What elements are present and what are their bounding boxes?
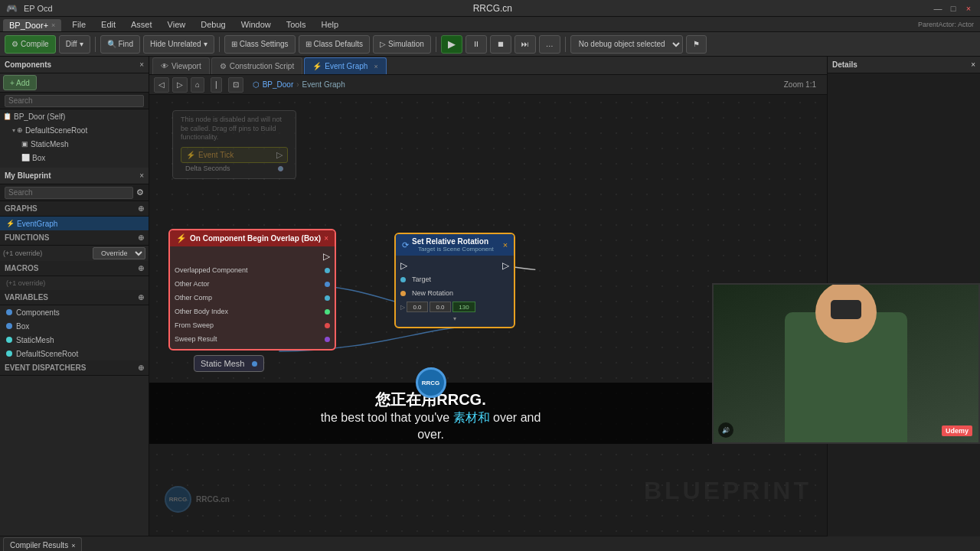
mesh-icon: ▣ <box>21 140 28 148</box>
var-staticmesh[interactable]: StaticMesh <box>0 333 149 347</box>
bp-home-btn[interactable]: ⌂ <box>191 77 204 93</box>
play-btn[interactable]: ▶ <box>441 35 462 54</box>
var-box[interactable]: Box <box>0 319 149 333</box>
debug-icon-btn[interactable]: ⚑ <box>686 35 707 54</box>
overlap-icon: ⚡ <box>176 233 187 243</box>
bp-back-btn[interactable]: ◁ <box>154 77 169 93</box>
var-dot-cyan <box>6 337 12 343</box>
variables-section-header[interactable]: VARIABLES ⊕ <box>0 290 149 305</box>
diff-label: Diff <box>66 40 77 48</box>
tab-construction-script[interactable]: ⚙ Construction Script <box>211 57 302 74</box>
breadcrumb-bp[interactable]: BP_Door <box>263 80 294 89</box>
app-name: EP Ocd <box>24 4 53 13</box>
var-components[interactable]: Components <box>0 305 149 319</box>
pause-btn[interactable]: ⏸ <box>466 35 487 54</box>
expand-more-icon[interactable]: ▾ <box>453 315 456 322</box>
menu-asset[interactable]: Asset <box>128 20 155 29</box>
rotation-x-input[interactable] <box>407 302 428 312</box>
tab-close-icon[interactable]: × <box>51 21 55 29</box>
video-overlay: Udemy 🔊 <box>712 283 980 444</box>
menu-edit[interactable]: Edit <box>98 20 119 29</box>
variables-add-icon[interactable]: ⊕ <box>138 293 144 302</box>
overlap-node-header: ⚡ On Component Begin Overlap (Box) × <box>170 230 335 246</box>
video-sound-icon[interactable]: 🔊 <box>718 422 733 438</box>
tab-viewport[interactable]: 👁 Viewport <box>152 57 210 74</box>
node-on-component-begin-overlap[interactable]: ⚡ On Component Begin Overlap (Box) × ▷ O… <box>168 229 336 350</box>
tree-item-staticmesh[interactable]: ▣ StaticMesh <box>0 137 149 151</box>
minimize-btn[interactable]: — <box>933 3 943 14</box>
override-select[interactable]: Override <box>93 247 145 259</box>
parent-actor-label: ParentActor: Actor <box>918 21 974 28</box>
graphs-section-header[interactable]: GRAPHS ⊕ <box>0 201 149 217</box>
stop-btn[interactable]: ⏹ <box>490 35 511 54</box>
simulation-btn[interactable]: ▷ Simulation <box>373 35 431 54</box>
tab-close-icon[interactable]: × <box>374 63 377 70</box>
menu-window[interactable]: Window <box>238 20 274 29</box>
dispatchers-add-icon[interactable]: ⊕ <box>138 364 144 372</box>
my-blueprint-close-icon[interactable]: × <box>139 171 144 180</box>
macros-section-header[interactable]: MACROS ⊕ <box>0 261 149 276</box>
compile-btn[interactable]: ⚙ Compile <box>5 35 56 54</box>
tab-compiler-results[interactable]: Compiler Results × <box>3 537 82 551</box>
rotation-y-input[interactable] <box>430 302 451 312</box>
my-blueprint-title: My Blueprint <box>5 171 51 180</box>
components-search-input[interactable] <box>5 95 144 107</box>
pin-circle2 <box>325 282 330 287</box>
tree-item-defaultsceneroot[interactable]: ▾ ⊕ DefaultSceneRoot <box>0 123 149 137</box>
tab-event-graph[interactable]: ⚡ Event Graph × <box>304 57 386 74</box>
close-btn[interactable]: × <box>963 3 974 14</box>
bp-zoom-to-fit-btn[interactable]: ⊡ <box>228 77 243 93</box>
pin-circle4 <box>325 309 330 315</box>
pin-other-comp-label: Other Comp <box>175 294 212 302</box>
target-pin-circle <box>400 277 406 282</box>
tab-label: BP_Door+ <box>9 21 48 30</box>
diff-btn[interactable]: Diff ▾ <box>59 35 90 54</box>
scene-root-icon: ⊕ <box>17 126 23 134</box>
tree-item-box[interactable]: ⬜ Box <box>0 151 149 165</box>
rotation-close-icon[interactable]: × <box>503 240 508 249</box>
menu-tools[interactable]: Tools <box>283 20 309 29</box>
compiler-close-icon[interactable]: × <box>71 542 75 549</box>
node-static-mesh[interactable]: Static Mesh <box>194 355 264 372</box>
class-defaults-btn[interactable]: ⊞ Class Defaults <box>299 35 370 54</box>
compiler-results-label: Compiler Results <box>10 541 68 549</box>
components-close-icon[interactable]: × <box>139 60 144 69</box>
caption-highlight: 素材和 <box>453 411 490 424</box>
compile-label: Compile <box>21 40 49 48</box>
graph-eventgraph[interactable]: ⚡ EventGraph <box>0 217 149 230</box>
functions-add-icon[interactable]: ⊕ <box>138 233 144 242</box>
debug-select[interactable]: No debug object selected <box>570 35 683 54</box>
tree-item-bpdoor[interactable]: 📋 BP_Door (Self) <box>0 109 149 123</box>
more-btn[interactable]: … <box>539 35 560 54</box>
var-defaultsceneroot[interactable]: DefaultSceneRoot <box>0 347 149 360</box>
graphs-add-icon[interactable]: ⊕ <box>138 204 144 213</box>
overlap-close-icon[interactable]: × <box>324 234 328 243</box>
skip-btn[interactable]: ⏭ <box>514 35 536 54</box>
static-mesh-label: Static Mesh <box>201 359 244 368</box>
event-dispatchers-header[interactable]: EVENT DISPATCHERS ⊕ <box>0 360 149 376</box>
functions-section-header[interactable]: FUNCTIONS ⊕ <box>0 230 149 246</box>
macros-add-icon[interactable]: ⊕ <box>138 264 144 272</box>
maximize-btn[interactable]: □ <box>948 3 959 14</box>
blueprint-search-input[interactable] <box>5 187 133 199</box>
settings-icon[interactable]: ⚙ <box>136 187 144 197</box>
pin-other-comp: Other Comp <box>170 291 335 305</box>
node-event-tick-disabled[interactable]: This node is disabled and will not be ca… <box>172 110 296 179</box>
hide-unrelated-btn[interactable]: Hide Unrelated ▾ <box>143 35 214 54</box>
class-settings-btn[interactable]: ⊞ Class Settings <box>224 35 296 54</box>
menu-view[interactable]: View <box>165 20 189 29</box>
menu-file[interactable]: File <box>69 20 89 29</box>
find-btn[interactable]: 🔍 Find <box>100 35 140 54</box>
node-set-relative-rotation[interactable]: ⟳ Set Relative Rotation Target is Scene … <box>394 233 515 328</box>
rotation-z-input[interactable] <box>452 302 475 312</box>
tab-bp-door[interactable]: BP_Door+ × <box>3 19 61 31</box>
overlap-node-title: On Component Begin Overlap (Box) <box>190 234 321 243</box>
details-close-icon[interactable]: × <box>971 60 975 69</box>
rotation-node-subtitle: Target is Scene Component <box>412 246 500 253</box>
menu-debug[interactable]: Debug <box>198 20 228 29</box>
add-component-btn[interactable]: + Add <box>3 75 37 90</box>
bp-forward-btn[interactable]: ▷ <box>172 77 188 93</box>
menu-help[interactable]: Help <box>318 20 341 29</box>
class-settings-icon: ⊞ <box>231 40 237 48</box>
tree-item-label: Box <box>32 154 45 162</box>
